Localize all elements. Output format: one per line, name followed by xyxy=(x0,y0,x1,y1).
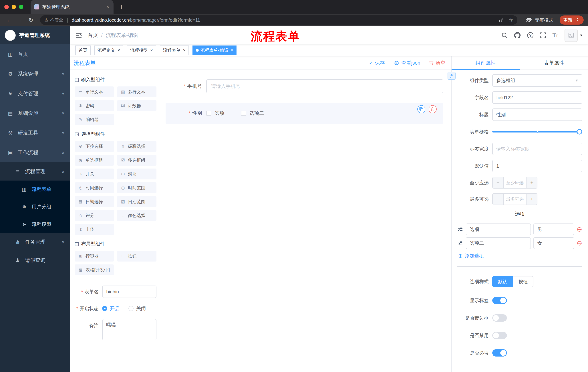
github-icon[interactable] xyxy=(514,32,521,39)
title-input[interactable] xyxy=(492,108,582,121)
required-switch[interactable] xyxy=(492,349,507,357)
link-icon-button[interactable] xyxy=(448,72,456,80)
component-input[interactable]: ▭单行文本 xyxy=(74,86,114,97)
minus-button[interactable]: − xyxy=(493,177,504,188)
sidebar-item-system[interactable]: ⚙ 系统管理 ∨ xyxy=(0,64,70,84)
option2-value-input[interactable] xyxy=(533,237,574,249)
component-checkbox-group[interactable]: ☑多选框组 xyxy=(117,155,157,166)
back-icon[interactable]: ← xyxy=(4,17,14,23)
sidebar-item-payment[interactable]: ¥ 支付管理 ∨ xyxy=(0,84,70,103)
security-chip[interactable]: ⚠ 不安全 xyxy=(44,17,63,23)
component-textarea[interactable]: ▤多行文本 xyxy=(117,86,157,97)
sidebar-collapse-icon[interactable] xyxy=(75,32,82,38)
sidebar-item-leave-query[interactable]: ♟ 请假查询 xyxy=(0,251,70,269)
component-row-container[interactable]: ⊞行容器 xyxy=(74,251,114,262)
browser-menu-icon[interactable]: ⋮ xyxy=(575,17,580,23)
checkbox-box[interactable] xyxy=(206,111,211,116)
component-upload[interactable]: ↥上传 xyxy=(74,224,114,235)
component-editor[interactable]: ✎编辑器 xyxy=(74,114,114,125)
sidebar-item-workflow[interactable]: ▣ 工作流程 ∧ xyxy=(0,143,70,162)
user-menu[interactable]: ▾ xyxy=(565,29,582,42)
font-size-icon[interactable]: TT xyxy=(552,32,558,38)
tab-form-props[interactable]: 表单属性 xyxy=(520,56,588,70)
remove-option-icon[interactable]: ⊖ xyxy=(577,226,582,233)
style-default-button[interactable]: 默认 xyxy=(492,276,513,287)
max-select-input[interactable]: 最多可选 xyxy=(504,194,526,205)
address-bar[interactable]: ⚠ 不安全 | dashboard.yudao.iocoder.cn/bpm/m… xyxy=(40,15,517,25)
component-date-picker[interactable]: ▦日期选择 xyxy=(74,196,114,207)
status-off-radio[interactable]: 关闭 xyxy=(128,305,146,312)
sidebar-item-user-group[interactable]: ☻ 用户分组 xyxy=(0,198,70,215)
option1-value-input[interactable] xyxy=(533,223,574,235)
tag-close-icon[interactable]: × xyxy=(183,48,186,53)
drag-handle-icon[interactable] xyxy=(457,241,463,246)
checkbox-box[interactable] xyxy=(241,111,246,116)
sidebar-item-process-model[interactable]: ➤ 流程模型 xyxy=(0,215,70,233)
component-button[interactable]: □按钮 xyxy=(117,251,157,262)
tag-process-form[interactable]: 流程表单× xyxy=(160,45,189,55)
clear-button[interactable]: 清空 xyxy=(429,60,445,66)
component-type-select[interactable]: 多选框组▼ xyxy=(492,74,582,87)
form-canvas[interactable]: 手机号 性别 xyxy=(161,70,451,372)
component-cascader[interactable]: ⋔级联选择 xyxy=(117,141,157,152)
delete-widget-button[interactable] xyxy=(429,105,437,113)
search-icon[interactable] xyxy=(501,32,508,38)
disabled-switch[interactable] xyxy=(492,332,507,339)
form-grid-slider[interactable] xyxy=(492,126,582,138)
form-widget-gender-selected[interactable]: 性别 选项一 选项二 xyxy=(166,103,443,124)
sidebar-item-home[interactable]: ◫ 首页 xyxy=(0,44,70,64)
gender-option1-checkbox[interactable]: 选项一 xyxy=(206,110,230,117)
tab-close-icon[interactable]: × xyxy=(105,4,110,10)
component-password[interactable]: ✱密码 xyxy=(74,100,114,111)
component-switch[interactable]: ◑开关 xyxy=(74,169,114,180)
option2-label-input[interactable] xyxy=(466,237,531,249)
show-label-switch[interactable] xyxy=(492,297,507,304)
style-button-button[interactable]: 按钮 xyxy=(513,276,533,287)
option1-label-input[interactable] xyxy=(466,223,531,235)
drag-handle-icon[interactable] xyxy=(457,227,463,232)
copy-widget-button[interactable] xyxy=(417,105,425,113)
add-option-button[interactable]: ⊕ 添加选项 xyxy=(458,253,582,259)
sidebar-item-process-form[interactable]: ▥ 流程表单 xyxy=(0,181,70,198)
tag-close-icon[interactable]: × xyxy=(150,48,153,53)
form-widget-phone[interactable]: 手机号 xyxy=(166,79,443,93)
component-select[interactable]: ⊙下拉选择 xyxy=(74,141,114,152)
tag-close-icon[interactable]: × xyxy=(231,48,233,53)
component-rate[interactable]: ☆评分 xyxy=(74,210,114,221)
browser-tab[interactable]: 芋道管理系统 × xyxy=(31,0,114,14)
tab-component-props[interactable]: 组件属性 xyxy=(452,56,520,70)
form-name-input[interactable] xyxy=(102,286,157,298)
tag-process-definition[interactable]: 流程定义× xyxy=(94,45,123,55)
sidebar-item-infrastructure[interactable]: ▤ 基础设施 ∨ xyxy=(0,103,70,123)
component-slider[interactable]: ⊷滑块 xyxy=(117,169,157,180)
bookmark-star-icon[interactable]: ☆ xyxy=(508,17,513,23)
status-on-radio[interactable]: 开启 xyxy=(102,305,120,312)
component-date-range[interactable]: ▧日期范围 xyxy=(117,196,157,207)
reload-icon[interactable]: ↻ xyxy=(26,17,36,23)
default-value-input[interactable] xyxy=(492,160,582,172)
save-button[interactable]: ✓保存 xyxy=(369,60,385,66)
help-icon[interactable]: ? xyxy=(527,32,533,38)
minimize-window-button[interactable] xyxy=(12,5,16,9)
component-time-range[interactable]: ◶时间范围 xyxy=(117,182,157,193)
tag-process-model[interactable]: 流程模型× xyxy=(127,45,156,55)
component-radio-group[interactable]: ◉单选框组 xyxy=(74,155,114,166)
avatar[interactable] xyxy=(565,29,578,42)
sidebar-logo[interactable]: 芋道管理系统 xyxy=(0,26,70,44)
field-name-input[interactable] xyxy=(492,91,582,104)
plus-button[interactable]: + xyxy=(526,177,537,188)
new-tab-button[interactable]: + xyxy=(119,3,123,10)
password-key-icon[interactable] xyxy=(499,17,504,23)
close-window-button[interactable] xyxy=(4,5,9,9)
tag-process-form-edit[interactable]: 流程表单-编辑× xyxy=(192,45,237,55)
plus-button[interactable]: + xyxy=(526,194,537,205)
tag-home[interactable]: 首页 xyxy=(75,45,91,55)
label-width-input[interactable] xyxy=(492,143,582,155)
gender-option2-checkbox[interactable]: 选项二 xyxy=(241,110,264,117)
tag-close-icon[interactable]: × xyxy=(117,48,120,53)
component-color-picker[interactable]: ◒颜色选择 xyxy=(117,210,157,221)
slider-handle[interactable] xyxy=(577,129,582,135)
component-table[interactable]: ▩表格[开发中] xyxy=(74,265,114,275)
phone-input[interactable] xyxy=(206,79,443,93)
component-counter[interactable]: 123计数器 xyxy=(117,100,157,111)
